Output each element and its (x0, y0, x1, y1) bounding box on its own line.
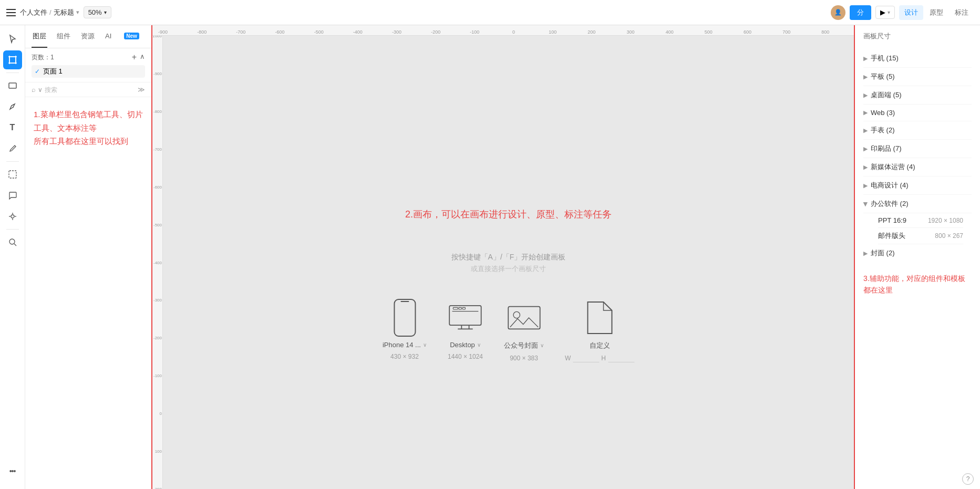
canvas-annotation-2: 2.画布，可以在画布进行设计、原型、标注等任务 (405, 208, 612, 221)
category-watch[interactable]: ▶ 手表 (2) (863, 121, 972, 140)
avatar: 👤 (831, 5, 845, 20)
office-label: 办公软件 (2) (871, 199, 972, 209)
canvas-body: -1000-900-800-700-600-500-400-300-200-10… (152, 36, 854, 489)
menu-button[interactable] (6, 9, 16, 16)
ppt-size: 1920 × 1080 (928, 217, 963, 224)
ecommerce-arrow-icon: ▶ (863, 182, 868, 189)
right-sidebar: 画板尺寸 ▶ 手机 (15) ▶ 平板 (5) ▶ 桌面端 (5) ▶ Web … (854, 25, 980, 489)
office-email[interactable]: 邮件版头 800 × 267 (878, 228, 963, 244)
svg-point-6 (13, 107, 14, 108)
iphone-label: iPhone 14 ... ∨ (383, 341, 427, 349)
category-office[interactable]: ▶ 办公软件 (2) (863, 195, 972, 213)
width-label: W (565, 355, 571, 362)
category-ecommerce[interactable]: ▶ 电商设计 (4) (863, 176, 972, 195)
height-input[interactable] (608, 355, 634, 362)
right-sidebar-header: 画板尺寸 (855, 25, 980, 49)
office-arrow-icon: ▶ (862, 202, 869, 206)
wechat-caret-icon: ∨ (540, 342, 544, 348)
pages-section: 页数：1 + ∧ ✓ 页面 1 (25, 48, 151, 82)
preset-desktop[interactable]: Desktop ∨ 1440 × 1024 (448, 299, 483, 360)
share-button[interactable]: 分 (850, 5, 871, 20)
comment-tool[interactable] (3, 186, 22, 205)
wechat-label: 公众号封面 ∨ (504, 341, 544, 350)
social-label: 新媒体运营 (4) (871, 162, 972, 172)
select-tool[interactable] (3, 29, 22, 48)
search-tool[interactable] (3, 233, 22, 252)
slice-tool[interactable] (3, 165, 22, 184)
page-item[interactable]: ✓ 页面 1 (32, 65, 145, 78)
breadcrumb-caret: ▾ (76, 9, 79, 16)
email-size: 800 × 267 (935, 232, 963, 240)
canvas-area: -900-800-700-600-500-400-300-200-1000100… (152, 25, 854, 489)
play-button[interactable]: ▶ ▾ (875, 6, 895, 19)
text-tool[interactable]: T (3, 118, 22, 137)
office-sub-items: PPT 16:9 1920 × 1080 邮件版头 800 × 267 (863, 213, 972, 244)
category-print[interactable]: ▶ 印刷品 (7) (863, 140, 972, 158)
left-panel-annotation: 1.菜单栏里包含钢笔工具、切片工具、文本标注等 所有工具都在这里可以找到 (25, 97, 151, 159)
add-page-button[interactable]: + (132, 53, 137, 62)
help-area: ? (855, 469, 980, 489)
tablet-label: 平板 (5) (871, 72, 972, 81)
zoom-value: 50% (88, 8, 102, 16)
svg-rect-7 (9, 171, 16, 178)
frame-tool[interactable] (3, 50, 22, 69)
search-dropdown[interactable]: ∨ (38, 86, 43, 93)
category-phone[interactable]: ▶ 手机 (15) (863, 49, 972, 68)
desktop-label: Desktop ∨ (450, 341, 481, 349)
page-name: 页面 1 (43, 67, 63, 76)
new-badge-label: New (124, 33, 139, 39)
canvas-viewport[interactable]: 2.画布，可以在画布进行设计、原型、标注等任务 按快捷键「A」/「F」开始创建画… (163, 36, 854, 489)
custom-icon (583, 299, 616, 337)
pencil-tool[interactable] (3, 139, 22, 158)
category-web[interactable]: ▶ Web (3) (863, 105, 972, 121)
breadcrumb-sep: / (49, 8, 51, 16)
play-icon: ▶ (880, 8, 885, 16)
svg-rect-18 (453, 307, 458, 309)
pages-header: 页数：1 + ∧ (32, 53, 145, 62)
desktop-category-label: 桌面端 (5) (871, 90, 972, 100)
collapse-pages-button[interactable]: ∧ (140, 53, 145, 62)
search-bar-icon: ⌕ (32, 86, 36, 93)
frame-presets: iPhone 14 ... ∨ 430 × 932 (383, 299, 634, 362)
tab-prototype[interactable]: 原型 (924, 5, 948, 20)
iphone-icon (388, 299, 421, 337)
tab-annotation[interactable]: 标注 (950, 5, 974, 20)
office-ppt[interactable]: PPT 16:9 1920 × 1080 (878, 213, 963, 228)
desktop-size: 1440 × 1024 (448, 353, 483, 360)
desktop-caret-icon: ∨ (477, 342, 481, 348)
watch-arrow-icon: ▶ (863, 127, 868, 134)
topbar: 个人文件 / 无标题 ▾ 50% ▾ 👤 分 ▶ ▾ 设计 原型 标注 (0, 0, 980, 25)
tab-design[interactable]: 设计 (899, 5, 923, 20)
category-tablet[interactable]: ▶ 平板 (5) (863, 68, 972, 86)
category-desktop[interactable]: ▶ 桌面端 (5) (863, 86, 972, 105)
tab-new[interactable]: New (121, 25, 140, 48)
expand-icon[interactable]: ≫ (138, 86, 145, 93)
tab-layers[interactable]: 图层 (32, 25, 47, 48)
social-arrow-icon: ▶ (863, 164, 868, 171)
panel-tabs: 图层 组件 资源 AI New (25, 25, 151, 48)
zoom-button[interactable]: 50% ▾ (84, 6, 111, 18)
custom-size-inputs: W H (565, 355, 634, 362)
zoom-caret-icon: ▾ (104, 9, 107, 15)
category-cover[interactable]: ▶ 封面 (2) (863, 244, 972, 262)
preset-wechat[interactable]: 公众号封面 ∨ 900 × 383 (504, 299, 544, 362)
preset-custom[interactable]: 自定义 W H (565, 299, 634, 362)
search-input[interactable] (45, 86, 136, 93)
width-input[interactable] (573, 355, 599, 362)
tab-assets[interactable]: 资源 (80, 25, 96, 48)
help-button[interactable]: ? (962, 473, 974, 485)
category-social[interactable]: ▶ 新媒体运营 (4) (863, 158, 972, 176)
pen-tool[interactable] (3, 97, 22, 116)
svg-point-8 (11, 215, 14, 218)
plugin-tool[interactable] (3, 207, 22, 226)
tab-components[interactable]: 组件 (56, 25, 71, 48)
svg-rect-25 (508, 306, 540, 329)
svg-rect-15 (394, 299, 415, 336)
breadcrumb-title: 无标题 (54, 8, 74, 17)
web-arrow-icon: ▶ (863, 109, 868, 116)
more-tools[interactable]: ••• (3, 462, 22, 481)
preset-iphone[interactable]: iPhone 14 ... ∨ 430 × 932 (383, 299, 427, 360)
panels-column: 图层 组件 资源 AI New 页数：1 + ∧ (25, 25, 151, 489)
tab-ai[interactable]: AI (104, 25, 112, 48)
rect-tool[interactable] (3, 76, 22, 95)
